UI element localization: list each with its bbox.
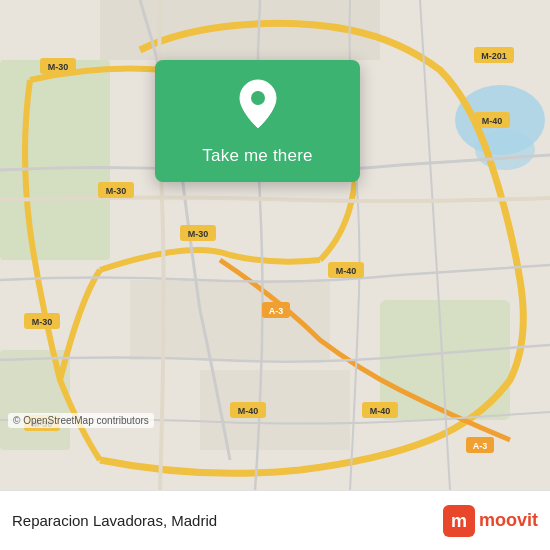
svg-text:m: m [451, 511, 467, 531]
svg-rect-8 [200, 370, 350, 450]
bottom-bar: Reparacion Lavadoras, Madrid m moovit [0, 490, 550, 550]
osm-attribution: © OpenStreetMap contributors [8, 413, 154, 428]
location-card: Take me there [155, 60, 360, 182]
svg-text:A-3: A-3 [269, 306, 284, 316]
svg-text:M-30: M-30 [48, 62, 69, 72]
svg-point-33 [251, 91, 265, 105]
svg-text:M-40: M-40 [336, 266, 357, 276]
location-pin-icon [235, 78, 281, 134]
svg-rect-5 [0, 350, 70, 450]
moovit-brand-text: moovit [479, 510, 538, 531]
svg-text:M-30: M-30 [32, 317, 53, 327]
location-label: Reparacion Lavadoras, Madrid [12, 512, 443, 529]
svg-text:M-201: M-201 [481, 51, 507, 61]
svg-text:M-40: M-40 [238, 406, 259, 416]
moovit-logo: m moovit [443, 505, 538, 537]
svg-text:M-40: M-40 [370, 406, 391, 416]
svg-rect-3 [0, 60, 110, 260]
svg-text:M-30: M-30 [106, 186, 127, 196]
moovit-brand-icon: m [443, 505, 475, 537]
take-me-there-button[interactable]: Take me there [202, 144, 312, 168]
svg-text:M-40: M-40 [482, 116, 503, 126]
svg-text:A-3: A-3 [473, 441, 488, 451]
svg-text:M-30: M-30 [188, 229, 209, 239]
map-container: M-30 M-30 M-30 M-30 M-30 M-40 M-40 M-40 … [0, 0, 550, 490]
